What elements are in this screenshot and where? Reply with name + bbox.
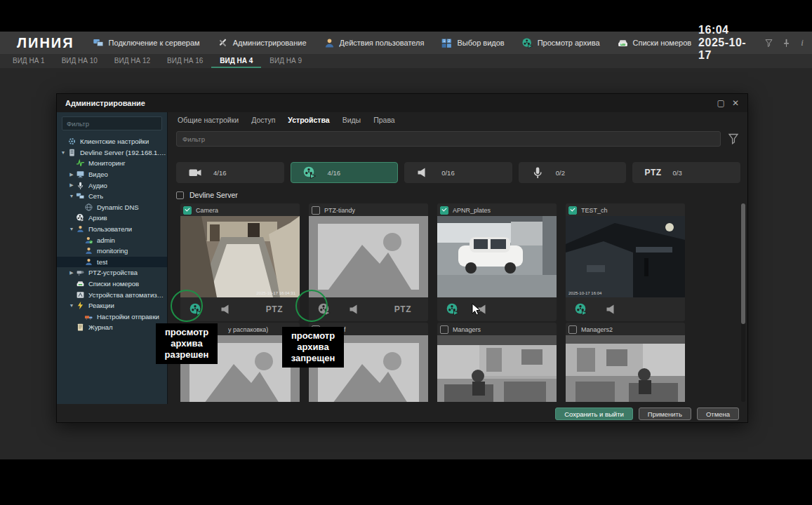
tree-item-настройки-отправки[interactable]: Настройки отправки	[57, 311, 167, 323]
camera-name: у распаковка)	[228, 326, 268, 333]
settings-tab-виды[interactable]: Виды	[342, 116, 361, 124]
tree-item-клиентские-настройки[interactable]: Клиентские настройки	[57, 136, 167, 147]
menu-item-подключение-к-серверам[interactable]: Подключение к серверам	[86, 34, 207, 52]
menu-item-выбор-видов[interactable]: 12Выбор видов	[434, 34, 511, 52]
view-tab-вид-на-12[interactable]: ВИД НА 12	[106, 54, 159, 68]
tree-item-monitoring[interactable]: monitoring	[57, 245, 167, 257]
camera-thumbnail[interactable]	[437, 335, 557, 402]
pin-icon[interactable]	[781, 36, 792, 49]
camera-thumbnail[interactable]	[309, 216, 428, 297]
expander-icon[interactable]: ▶	[68, 270, 75, 276]
speaker-icon[interactable]	[348, 302, 362, 316]
gear-icon	[67, 137, 76, 146]
car-icon: AC-1	[75, 279, 85, 288]
speaker-icon[interactable]	[220, 302, 234, 316]
camera-checkbox[interactable]	[440, 325, 448, 334]
ptzcam-icon	[75, 268, 85, 277]
camera-checkbox[interactable]	[312, 206, 320, 215]
counter-reel[interactable]: 4/16	[291, 162, 399, 183]
ptz-label[interactable]: PTZ	[266, 304, 283, 314]
dialog-close-button[interactable]: ✕	[732, 99, 739, 107]
counter-speaker[interactable]: 0/16	[404, 162, 512, 183]
info-icon[interactable]: i	[799, 36, 806, 49]
camera-thumbnail[interactable]: 2025-10-17 16:04	[566, 216, 685, 297]
view-tab-вид-на-16[interactable]: ВИД НА 16	[159, 54, 211, 68]
menu-item-списки-номеров[interactable]: AC-1Списки номеров	[610, 34, 699, 52]
servers-icon	[93, 37, 105, 49]
save-and-exit-button[interactable]: Сохранить и выйти	[555, 408, 633, 420]
tree-item-dynamic-dns[interactable]: Dynamic DNS	[57, 202, 167, 213]
expander-icon[interactable]: ▼	[68, 194, 75, 198]
mic-icon	[531, 166, 545, 180]
button-применить[interactable]: Применить	[639, 408, 691, 420]
settings-tab-доступ[interactable]: Доступ	[251, 116, 275, 124]
expander-icon[interactable]: ▼	[68, 227, 75, 231]
camera-grid-viewport: Camera 2025-10-17 16:04:31 PTZ PTZ-tiand…	[180, 203, 689, 402]
server-label: Devline Server	[189, 191, 238, 199]
grid-scrollbar[interactable]	[741, 203, 745, 402]
archive-reel-icon[interactable]	[574, 302, 588, 316]
camera-cell-apnr-plates: APNR_plates	[437, 203, 557, 321]
tree-item-списки-номеров[interactable]: AC-1Списки номеров	[57, 278, 167, 290]
camera-thumbnail[interactable]: 2025-10-17 16:04:31	[180, 216, 300, 297]
tree-item-устройства-автоматизации[interactable]: Устройства автоматизации	[57, 289, 167, 300]
camera-checkbox[interactable]	[440, 206, 448, 215]
counter-camcorder[interactable]: 4/16	[176, 162, 284, 183]
button-отмена[interactable]: Отмена	[697, 408, 739, 420]
dialog-maximize-button[interactable]: ▢	[717, 99, 725, 107]
camera-checkbox[interactable]	[568, 206, 577, 215]
camera-thumbnail[interactable]	[437, 216, 557, 297]
settings-tab-права[interactable]: Права	[373, 116, 395, 124]
expander-icon[interactable]: ▶	[68, 182, 75, 188]
monitoring-icon	[75, 159, 85, 168]
speaker-icon[interactable]	[605, 302, 619, 316]
settings-tab-общие-настройки[interactable]: Общие настройки	[178, 116, 239, 124]
tooltip-archive-denied: просмотр архива запрещен	[282, 327, 344, 368]
archive-reel-icon[interactable]	[446, 302, 460, 316]
view-tab-вид-на-4[interactable]: ВИД НА 4	[211, 54, 261, 68]
expander-icon[interactable]: ▼	[60, 150, 67, 155]
view-tab-вид-на-10[interactable]: ВИД НА 10	[53, 54, 106, 68]
dialog-title: Администрирование	[65, 99, 145, 107]
tree-filter-input[interactable]	[62, 116, 162, 130]
counter-ptz-text[interactable]: PTZ0/3	[632, 162, 740, 183]
tree-item-видео[interactable]: ▶Видео	[57, 169, 167, 180]
car-icon: AC-1	[617, 37, 629, 49]
tree-item-ptz-устройства[interactable]: ▶PTZ-устройства	[57, 267, 167, 278]
tree-item-devline-server-192-168-1-27[interactable]: ▼Devline Server (192.168.1.27)	[57, 147, 167, 159]
server-row: Devline Server	[176, 191, 740, 199]
settings-tab-устройства[interactable]: Устройства	[288, 116, 329, 124]
expander-icon[interactable]: ▼	[68, 303, 75, 308]
tree-item-реакции[interactable]: ▼Реакции	[57, 300, 167, 311]
view-tab-вид-на-1[interactable]: ВИД НА 1	[4, 54, 53, 68]
counter-mic[interactable]: 0/2	[519, 162, 627, 183]
camera-thumbnail[interactable]	[566, 335, 685, 402]
grid-scrollbar-thumb[interactable]	[741, 203, 745, 324]
svg-text:2025-10-17 16:04:31: 2025-10-17 16:04:31	[256, 291, 295, 295]
devices-filter-input[interactable]	[176, 131, 721, 147]
expander-icon[interactable]: ▶	[68, 172, 75, 177]
server-checkbox[interactable]	[176, 191, 184, 199]
menu-item-просмотр-архива[interactable]: Просмотр архива	[514, 34, 607, 52]
ptz-label[interactable]: PTZ	[394, 304, 411, 314]
tree-item-журнал[interactable]: Журнал	[57, 322, 167, 333]
settings-tabs: Общие настройкиДоступУстройстваВидыПрава	[168, 112, 747, 128]
tree-item-аудио[interactable]: ▶Аудио	[57, 180, 167, 191]
tree-item-сеть[interactable]: ▼Сеть	[57, 191, 167, 202]
journal-icon	[75, 323, 85, 332]
menu-item-действия-пользователя[interactable]: Действия пользователя	[317, 34, 432, 52]
menu-item-администрирование[interactable]: Администрирование	[210, 34, 314, 52]
tree-item-архив[interactable]: Архив	[57, 213, 167, 224]
workspace: Администрирование ▢ ✕ Клиентские настрой…	[0, 68, 812, 459]
tree-item-пользователи[interactable]: ▼Пользователи	[57, 224, 167, 235]
topbar-right: 16:04 2025-10-17 i – ▢ ✕	[698, 24, 812, 62]
tree-item-admin[interactable]: admin	[57, 234, 167, 245]
funnel-icon[interactable]	[764, 36, 774, 49]
camera-checkbox[interactable]	[183, 206, 192, 215]
filter-funnel-icon[interactable]	[726, 132, 740, 146]
tree-item-test[interactable]: test	[57, 257, 167, 268]
administration-dialog: Администрирование ▢ ✕ Клиентские настрой…	[56, 93, 748, 423]
tree-item-мониторинг[interactable]: Мониторинг	[57, 158, 167, 169]
camera-checkbox[interactable]	[568, 325, 577, 334]
view-tab-вид-на-9[interactable]: ВИД НА 9	[261, 54, 310, 68]
